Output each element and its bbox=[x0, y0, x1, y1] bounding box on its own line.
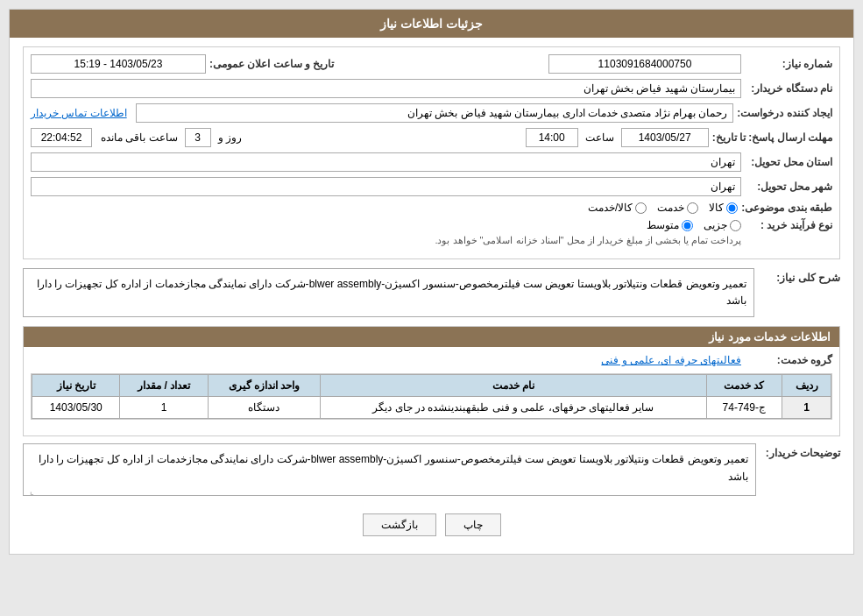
delivery-city-value: تهران bbox=[31, 177, 741, 196]
col-header-service-code: کد خدمت bbox=[706, 375, 782, 397]
purchase-note: پرداخت تمام یا بخشی از مبلغ خریدار از مح… bbox=[435, 235, 741, 246]
category-khedmat-radio[interactable] bbox=[687, 202, 698, 214]
service-group-value[interactable]: فعالیتهای حرفه ای، علمی و فنی bbox=[601, 354, 741, 366]
announce-date-value: 1403/05/23 - 15:19 bbox=[31, 54, 206, 74]
purchase-motevasset: متوسط bbox=[647, 219, 693, 231]
page-title: جزئیات اطلاعات نیاز bbox=[10, 10, 853, 38]
category-radio-group: کالا خدمت کالا/خدمت bbox=[588, 202, 738, 214]
service-group-label: گروه خدمت: bbox=[745, 354, 832, 366]
buyer-desc-label: توضیحات خریدار: bbox=[761, 443, 840, 459]
purchase-motevasset-radio[interactable] bbox=[682, 220, 693, 231]
cell-service-name: سایر فعالیتهای حرفهای، علمی و فنی طبقهبن… bbox=[321, 397, 706, 419]
buyer-desc-section: توضیحات خریدار: تعمیر وتعویض قطعات ونتیل… bbox=[23, 443, 840, 496]
days-value: 3 bbox=[185, 128, 211, 147]
cell-quantity: 1 bbox=[120, 397, 208, 419]
purchase-jozii-label: جزیی bbox=[704, 219, 727, 231]
purchase-motevasset-label: متوسط bbox=[647, 219, 679, 231]
purchase-type-label: نوع فرآیند خرید : bbox=[745, 219, 832, 231]
need-number-label: شماره نیاز: bbox=[745, 58, 832, 70]
cell-row-num: 1 bbox=[782, 397, 831, 419]
table-row: 1 ج-749-74 سایر فعالیتهای حرفهای، علمی و… bbox=[32, 397, 831, 419]
delivery-province-label: استان محل تحویل: bbox=[745, 156, 832, 168]
cell-service-code: ج-749-74 bbox=[706, 397, 782, 419]
category-kala-radio[interactable] bbox=[726, 202, 738, 214]
category-kala-label: کالا bbox=[709, 202, 724, 214]
category-khedmat: خدمت bbox=[657, 202, 698, 214]
deadline-time: 14:00 bbox=[526, 128, 578, 147]
services-table: ردیف کد خدمت نام خدمت واحد اندازه گیری ت… bbox=[31, 373, 832, 420]
action-buttons: چاپ بازگشت bbox=[23, 505, 840, 545]
category-khedmat-label: خدمت bbox=[657, 202, 684, 214]
deadline-date: 1403/05/27 bbox=[621, 128, 709, 147]
purchase-type-radio-group: جزیی متوسط bbox=[435, 219, 741, 231]
creator-label: ایجاد کننده درخواست: bbox=[737, 107, 832, 119]
services-section-title: اطلاعات خدمات مورد نیاز bbox=[24, 327, 839, 347]
purchase-jozii: جزیی bbox=[704, 219, 741, 231]
delivery-city-label: شهر محل تحویل: bbox=[745, 181, 832, 193]
contact-link[interactable]: اطلاعات تماس خریدار bbox=[31, 107, 127, 119]
requester-org-label: نام دستگاه خریدار: bbox=[745, 82, 832, 95]
remaining-time: 22:04:52 bbox=[31, 128, 92, 147]
days-label: روز و bbox=[218, 131, 242, 144]
description-label: شرح کلی نیاز: bbox=[761, 268, 840, 284]
back-button[interactable]: بازگشت bbox=[363, 513, 436, 536]
resize-handle-icon[interactable]: ⌞ bbox=[25, 485, 34, 493]
buyer-desc-text: تعمیر وتعویض قطعات ونتیلاتور بلاویستا تع… bbox=[39, 453, 748, 482]
requester-org-value: بیمارستان شهید فیاض بخش تهران bbox=[31, 79, 741, 98]
print-button[interactable]: چاپ bbox=[445, 513, 501, 536]
buyer-desc-content: تعمیر وتعویض قطعات ونتیلاتور بلاویستا تع… bbox=[23, 443, 756, 496]
category-kala-khedmat-radio[interactable] bbox=[635, 202, 647, 214]
category-kala-khedmat-label: کالا/خدمت bbox=[588, 202, 633, 214]
cell-date: 1403/05/30 bbox=[32, 397, 120, 419]
col-header-quantity: تعداد / مقدار bbox=[120, 375, 208, 397]
col-header-service-name: نام خدمت bbox=[321, 375, 706, 397]
need-number-value: 1103091684000750 bbox=[548, 54, 741, 74]
category-label: طبقه بندی موضوعی: bbox=[741, 202, 832, 214]
description-text: تعمیر وتعویض قطعات ونتیلاتور بلاویستا تع… bbox=[23, 268, 754, 317]
remaining-label: ساعت باقی مانده bbox=[101, 131, 178, 144]
deadline-time-label: ساعت bbox=[585, 131, 614, 144]
announce-date-label: تاریخ و ساعت اعلان عمومی: bbox=[209, 58, 334, 70]
creator-value: رحمان بهرام نژاد متصدی خدمات اداری بیمار… bbox=[136, 103, 734, 123]
cell-unit: دستگاه bbox=[208, 397, 321, 419]
delivery-province-value: تهران bbox=[31, 152, 741, 172]
category-kala-khedmat: کالا/خدمت bbox=[588, 202, 647, 214]
category-kala: کالا bbox=[709, 202, 738, 214]
response-deadline-label: مهلت ارسال پاسخ: تا تاریخ: bbox=[712, 131, 832, 144]
col-header-unit: واحد اندازه گیری bbox=[208, 375, 321, 397]
purchase-jozii-radio[interactable] bbox=[730, 220, 741, 231]
col-header-date: تاریخ نیاز bbox=[32, 375, 120, 397]
col-header-row-num: ردیف bbox=[782, 375, 831, 397]
